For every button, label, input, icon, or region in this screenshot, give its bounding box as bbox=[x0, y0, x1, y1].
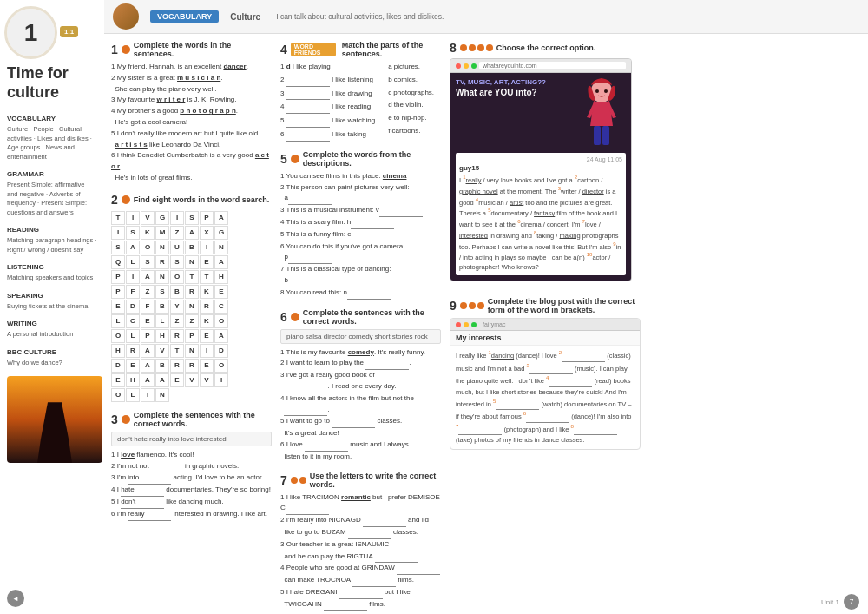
left-sidebar: 1 1.1 Time for culture VOCABULARY Cultur… bbox=[0, 0, 104, 614]
sidebar-grammar: GRAMMAR Present Simple: affirmative and … bbox=[7, 170, 97, 217]
blog-box: fairymac My interests I really like 1dan… bbox=[450, 318, 641, 450]
page-number[interactable]: 7 bbox=[844, 594, 859, 610]
ws-cell: P bbox=[185, 329, 199, 343]
browser-url: whatareyouinto.com bbox=[479, 62, 626, 69]
header-bar: VOCABULARY Culture I can talk about cult… bbox=[104, 0, 868, 34]
ws-cell: E bbox=[111, 373, 125, 387]
website-content: TV, MUSIC, ART, ACTING?? What are YOU in… bbox=[450, 73, 631, 281]
sidebar-bbc: BBC CULTURE Why do we dance? bbox=[7, 348, 97, 368]
ex9-num: 9 bbox=[450, 299, 457, 313]
unit-title: Time for culture bbox=[7, 64, 97, 102]
ws-cell: S bbox=[185, 211, 199, 225]
ex3-items: 1 I love flamenco. It's cool! 2 I'm not … bbox=[111, 450, 272, 521]
website-post: 24 Aug 11:05 guy15 I 1really / very love… bbox=[456, 153, 626, 275]
ws-cell: H bbox=[155, 329, 169, 343]
sidebar-listening: LISTENING Matching speakers and topics bbox=[7, 263, 97, 283]
ws-cell: A bbox=[141, 270, 155, 284]
ws-cell: E bbox=[111, 300, 125, 314]
ws-cell: V bbox=[200, 373, 214, 387]
ws-cell: R bbox=[170, 359, 184, 373]
ws-cell: I bbox=[170, 211, 184, 225]
ws-cell: R bbox=[126, 344, 140, 358]
anime-character bbox=[578, 78, 626, 148]
blog-dot-yellow bbox=[464, 322, 469, 327]
unit-number: 1 bbox=[7, 9, 55, 56]
ex9-dots bbox=[460, 302, 484, 309]
ws-cell: N bbox=[155, 388, 169, 402]
header-topic: Culture bbox=[230, 12, 260, 22]
ex3-item-6: 6 I'm really interested in drawing. I li… bbox=[111, 509, 272, 521]
ws-cell: T bbox=[185, 270, 199, 284]
ws-cell: S bbox=[170, 255, 184, 269]
vocab-badge: VOCABULARY bbox=[150, 10, 219, 23]
browser-bar: whatareyouinto.com bbox=[450, 59, 631, 73]
ex1-items: 1 My friend, Hannah, is an excellent dan… bbox=[111, 62, 272, 184]
browser-dot-red bbox=[456, 63, 461, 69]
sidebar-speaking: SPEAKING Buying tickets at the cinema bbox=[7, 292, 97, 312]
ex8-num: 8 bbox=[450, 41, 457, 55]
ws-cell: S bbox=[126, 226, 140, 240]
ws-cell: A bbox=[155, 373, 169, 387]
ws-cell: L bbox=[111, 314, 125, 328]
ws-cell: B bbox=[170, 285, 184, 299]
post-username: guy15 bbox=[459, 164, 622, 172]
ex3-instruction: Complete the sentences with the correct … bbox=[134, 411, 272, 428]
ex3-item-5: 5 I don't like dancing much. bbox=[111, 497, 272, 509]
ws-cell: A bbox=[126, 241, 140, 254]
ws-cell: U bbox=[170, 241, 184, 254]
ex1-item-4: 4 My brother's a good p h o t o g r a p … bbox=[111, 106, 272, 129]
ws-cell: Z bbox=[170, 314, 184, 328]
ex1-item-2: 2 My sister is a great m u s i c i a n. … bbox=[111, 73, 272, 96]
ws-cell: R bbox=[185, 285, 199, 299]
ws-cell: R bbox=[185, 359, 199, 373]
ws-cell: A bbox=[141, 344, 155, 358]
svg-rect-2 bbox=[602, 126, 609, 145]
ws-cell: R bbox=[170, 329, 184, 343]
ws-cell: B bbox=[155, 359, 169, 373]
ws-cell: E bbox=[141, 314, 155, 328]
page-footer: Unit 1 7 bbox=[821, 594, 859, 610]
ws-cell: K bbox=[200, 285, 214, 299]
page-nav-prev[interactable]: ◄ bbox=[7, 590, 24, 607]
ws-cell: A bbox=[141, 373, 155, 387]
ws-cell: L bbox=[126, 329, 140, 343]
ws-cell: Q bbox=[111, 255, 125, 269]
sidebar-image bbox=[7, 376, 102, 463]
ws-cell: P bbox=[141, 329, 155, 343]
ex1-item-1: 1 My friend, Hannah, is an excellent dan… bbox=[111, 62, 272, 73]
ws-cell: I bbox=[111, 226, 125, 240]
ex6-words: piano salsa director comedy short storie… bbox=[280, 329, 441, 344]
ws-cell: O bbox=[111, 329, 125, 343]
ex1-item-5: 5 I don't really like modern art but I q… bbox=[111, 129, 272, 151]
ex7-items: 1 I like TRACIMON romantic but I prefer … bbox=[280, 492, 441, 611]
ws-cell: L bbox=[126, 388, 140, 402]
ex2-instruction: Find eight words in the word search. bbox=[134, 195, 270, 204]
sidebar-reading: READING Matching paragraph headings · Ri… bbox=[7, 226, 97, 254]
ws-cell: E bbox=[200, 359, 214, 373]
exercise-8: 8 Choose the correct option. whatareyoui… bbox=[450, 41, 641, 281]
ex7-num: 7 bbox=[280, 473, 287, 487]
ws-cell: T bbox=[111, 211, 125, 225]
ws-cell: N bbox=[155, 241, 169, 254]
col-middle: 4 WORD FRIENDS Match the parts of the se… bbox=[280, 41, 441, 607]
ws-cell: E bbox=[170, 373, 184, 387]
ex3-item-3: 3 I'm into acting. I'd love to be an act… bbox=[111, 472, 272, 485]
ws-cell: X bbox=[200, 226, 214, 240]
exercise-4: 4 WORD FRIENDS Match the parts of the se… bbox=[280, 41, 441, 142]
header-subtitle: I can talk about cultural activities, li… bbox=[276, 12, 444, 21]
ex3-item-4: 4 I hate documentaries. They're so borin… bbox=[111, 485, 272, 497]
ex4-instruction: Match the parts of the sentences. bbox=[342, 41, 441, 58]
ws-cell: D bbox=[111, 359, 125, 373]
browser-dot-yellow bbox=[464, 63, 469, 69]
ws-cell: E bbox=[214, 285, 228, 299]
exercise-5: 5 Complete the words from the descriptio… bbox=[280, 150, 441, 300]
blog-title: My interests bbox=[450, 331, 640, 346]
ws-cell: C bbox=[126, 314, 140, 328]
ws-cell: T bbox=[200, 270, 214, 284]
ex6-items: 1 This is my favourite comedy. It's real… bbox=[280, 347, 441, 463]
ws-cell: K bbox=[141, 226, 155, 240]
ws-cell: O bbox=[170, 270, 184, 284]
ex4-num: 4 bbox=[280, 43, 287, 56]
ws-cell: D bbox=[126, 300, 140, 314]
website-main-title: TV, MUSIC, ART, ACTING?? bbox=[456, 78, 573, 86]
